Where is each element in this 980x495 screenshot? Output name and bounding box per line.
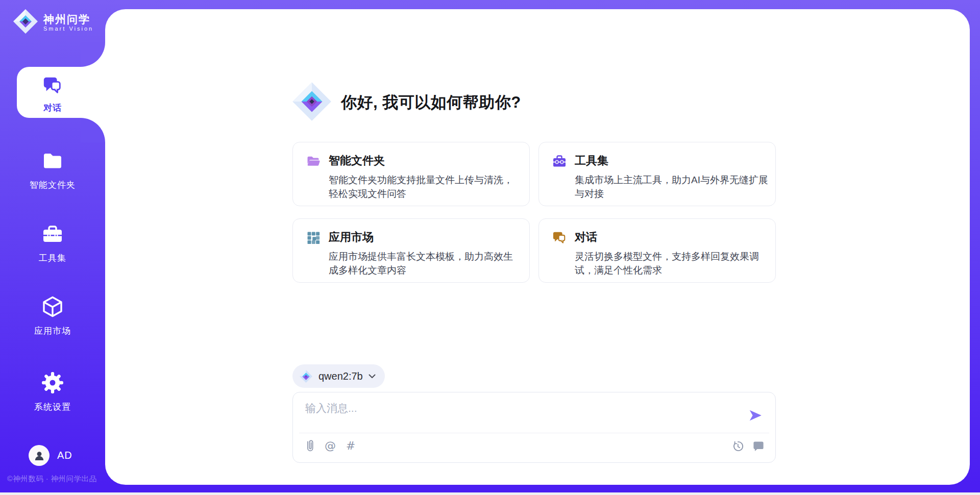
chat-bubbles-icon xyxy=(42,75,63,97)
sidebar-item-chat[interactable]: 对话 xyxy=(0,75,105,114)
send-icon xyxy=(748,417,763,425)
card-description: 灵活切换多模型文件，支持多样回复效果调试，满足个性化需求 xyxy=(575,250,768,277)
hash-icon: # xyxy=(346,440,355,452)
sidebar: 神州问学 Smart Vision 对话 xyxy=(0,0,105,495)
tab-fillet-top xyxy=(81,42,105,67)
history-clock-icon xyxy=(732,440,744,452)
feature-card-chat[interactable]: 对话 灵活切换多模型文件，支持多样回复效果调试，满足个性化需求 xyxy=(538,218,776,283)
card-title: 对话 xyxy=(575,230,768,245)
at-icon: @ xyxy=(325,440,336,452)
send-button[interactable] xyxy=(748,408,763,423)
user-profile[interactable]: AD xyxy=(29,445,72,466)
card-description: 智能文件夹功能支持批量文件上传与清洗，轻松实现文件问答 xyxy=(329,173,522,201)
folder-open-icon xyxy=(306,154,321,168)
sidebar-footer: ©神州数码 · 神州问学出品 xyxy=(7,474,109,484)
toolbox-icon xyxy=(552,154,567,168)
brand-name: 神州问学 xyxy=(43,13,93,26)
message-input[interactable] xyxy=(304,400,740,432)
cube-icon xyxy=(41,295,64,320)
brand: 神州问学 Smart Vision xyxy=(12,8,93,37)
message-composer: @ # xyxy=(292,392,776,463)
topic-button[interactable]: # xyxy=(344,438,357,454)
sidebar-item-label: 智能文件夹 xyxy=(30,179,76,191)
model-name: qwen2:7b xyxy=(318,370,363,382)
bottom-edge-strip xyxy=(0,492,980,495)
sidebar-item-label: 工具集 xyxy=(39,252,66,264)
gear-icon xyxy=(41,371,64,397)
card-title: 智能文件夹 xyxy=(329,153,522,168)
sidebar-item-settings[interactable]: 系统设置 xyxy=(0,371,105,413)
card-title: 应用市场 xyxy=(329,230,522,245)
sidebar-item-app-market[interactable]: 应用市场 xyxy=(0,295,105,337)
paperclip-icon xyxy=(304,439,315,453)
sidebar-item-toolset[interactable]: 工具集 xyxy=(0,223,105,264)
greeting-title: 你好, 我可以如何帮助你? xyxy=(341,92,521,113)
greeting: 你好, 我可以如何帮助你? xyxy=(291,81,521,125)
chat-icon xyxy=(552,231,567,245)
history-button[interactable] xyxy=(731,438,744,454)
feature-cards: 智能文件夹 智能文件夹功能支持批量文件上传与清洗，轻松实现文件问答 工具集 集成… xyxy=(292,142,776,283)
speech-bubble-icon xyxy=(753,440,764,452)
brand-diamond-icon xyxy=(291,81,333,125)
mention-button[interactable]: @ xyxy=(324,438,337,454)
sidebar-item-smart-folder[interactable]: 智能文件夹 xyxy=(0,149,105,191)
user-initials: AD xyxy=(57,450,72,461)
grid-icon xyxy=(306,231,321,245)
sidebar-item-label: 应用市场 xyxy=(34,325,71,337)
feature-card-app-market[interactable]: 应用市场 应用市场提供丰富长文本模板，助力高效生成多样化文章内容 xyxy=(292,218,530,283)
app-root: 神州问学 Smart Vision 对话 xyxy=(0,0,980,495)
tab-fillet-bottom xyxy=(81,118,105,142)
folder-icon xyxy=(41,149,64,175)
card-title: 工具集 xyxy=(575,153,768,168)
briefcase-icon xyxy=(41,223,64,247)
card-description: 应用市场提供丰富长文本模板，助力高效生成多样化文章内容 xyxy=(329,250,522,277)
sidebar-item-label: 对话 xyxy=(43,102,62,114)
feedback-bubble-button[interactable] xyxy=(752,438,765,454)
model-selector[interactable]: qwen2:7b xyxy=(292,364,385,388)
model-logo-icon xyxy=(299,369,313,383)
composer-toolbar-right xyxy=(731,438,765,454)
avatar xyxy=(29,445,50,466)
feature-card-smart-folder[interactable]: 智能文件夹 智能文件夹功能支持批量文件上传与清洗，轻松实现文件问答 xyxy=(292,142,530,206)
feature-card-toolset[interactable]: 工具集 集成市场上主流工具，助力AI与外界无缝扩展与对接 xyxy=(538,142,776,206)
brand-logo-icon xyxy=(12,8,39,37)
composer-divider xyxy=(299,433,769,433)
card-description: 集成市场上主流工具，助力AI与外界无缝扩展与对接 xyxy=(575,173,768,201)
composer-toolbar-left: @ # xyxy=(303,438,357,454)
chevron-down-icon xyxy=(369,374,376,379)
attach-file-button[interactable] xyxy=(303,438,316,454)
sidebar-item-label: 系统设置 xyxy=(34,401,71,413)
brand-subtitle: Smart Vision xyxy=(43,26,93,32)
